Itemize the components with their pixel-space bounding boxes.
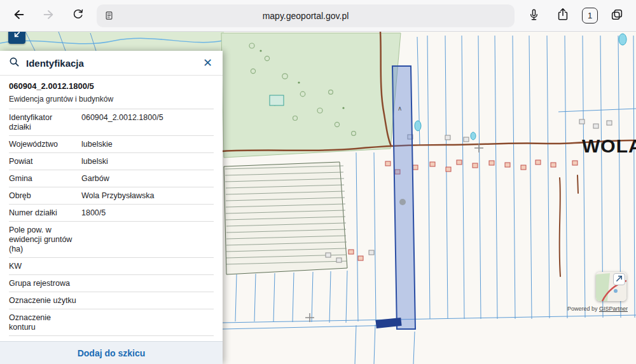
info-row-label: Obręb — [9, 191, 81, 201]
info-row-pole-pow: Pole pow. w ewidencji gruntów (ha) — [9, 222, 214, 258]
close-panel-button[interactable]: ✕ — [202, 56, 214, 70]
tab-count-label: 1 — [588, 11, 592, 20]
info-row-oznaczenie-uzytku: Oznaczenie użytku — [9, 292, 214, 309]
share-icon — [556, 8, 570, 24]
back-arrow-icon — [12, 8, 26, 24]
collapse-arrow-icon — [12, 30, 22, 42]
search-icon — [9, 57, 20, 70]
map-forest-area — [221, 33, 401, 158]
parcel-caret-symbol: ∧ — [398, 105, 402, 112]
refresh-icon — [71, 8, 85, 24]
info-row-value — [81, 262, 214, 271]
nav-buttons-left — [9, 6, 88, 26]
info-row-kw: KW — [9, 258, 214, 275]
panel-title: Identyfikacja — [26, 58, 195, 69]
info-row-grupa-rejestrowa: Grupa rejestrowa — [9, 275, 214, 292]
browser-toolbar: mapy.geoportal.gov.pl 1 — [0, 0, 636, 32]
back-button[interactable] — [9, 6, 29, 26]
voice-search-button[interactable] — [523, 6, 544, 26]
share-button[interactable] — [553, 6, 573, 26]
microphone-icon — [527, 8, 541, 24]
info-row-powiat: Powiat lubelski — [9, 153, 214, 170]
info-row-value: lubelskie — [81, 140, 214, 149]
tabs-button[interactable] — [607, 6, 627, 26]
info-row-oznaczenie-konturu: Oznaczenie konturu — [9, 309, 214, 336]
info-row-data-publikacji: Data publikacji — [9, 336, 214, 341]
info-row-identyfikator: Identyfikator działki 060904_2.0012.1800… — [9, 109, 214, 136]
page-icon — [104, 11, 114, 20]
info-row-value: Wola Przybysławska — [81, 191, 214, 201]
info-row-label: Pole pow. w ewidencji gruntów (ha) — [9, 226, 81, 254]
identification-panel: Identyfikacja ✕ 060904_2.0012.1800/5 Ewi… — [0, 51, 223, 364]
info-row-value: 060904_2.0012.1800/5 — [81, 113, 214, 132]
panel-header: Identyfikacja ✕ — [0, 51, 223, 76]
info-row-label: Identyfikator działki — [9, 113, 81, 132]
tab-count-button[interactable]: 1 — [582, 8, 598, 24]
info-row-value — [81, 279, 214, 288]
info-row-label: Gmina — [9, 174, 81, 184]
info-row-label: KW — [9, 262, 81, 271]
info-row-value — [81, 296, 214, 306]
parcel-id-block: 060904_2.0012.1800/5 Ewidencja gruntów i… — [9, 76, 214, 109]
attribution-text: Powered by — [567, 306, 599, 312]
info-row-obreb: Obręb Wola Przybysławska — [9, 187, 214, 205]
overview-map[interactable] — [596, 272, 626, 301]
info-row-label: Województwo — [9, 140, 81, 149]
info-row-value — [81, 226, 214, 254]
address-bar[interactable]: mapy.geoportal.gov.pl — [97, 4, 515, 27]
info-row-value: lubelski — [81, 157, 214, 166]
info-row-label: Numer działki — [9, 208, 81, 218]
expand-overview-button[interactable] — [613, 273, 625, 285]
refresh-button[interactable] — [67, 6, 88, 26]
add-to-sketch-button[interactable]: Dodaj do szkicu — [74, 347, 149, 359]
info-row-numer-dzialki: Numer działki 1800/5 — [9, 205, 214, 222]
expand-arrow-icon — [615, 274, 623, 285]
info-row-gmina: Gmina Garbów — [9, 170, 214, 187]
info-row-label: Oznaczenie konturu — [9, 313, 81, 332]
info-row-wojewodztwo: Województwo lubelskie — [9, 136, 214, 153]
info-row-value: Garbów — [81, 174, 214, 184]
nav-buttons-right: 1 — [523, 6, 627, 26]
tabs-overview-icon — [610, 8, 624, 24]
forward-button[interactable] — [38, 6, 59, 26]
map-place-label: WOLA — [582, 135, 636, 156]
info-row-label: Oznaczenie użytku — [9, 296, 81, 306]
panel-body: 060904_2.0012.1800/5 Ewidencja gruntów i… — [0, 76, 223, 341]
forward-arrow-icon — [41, 8, 55, 24]
parcel-id: 060904_2.0012.1800/5 — [9, 81, 214, 91]
info-row-value: 1800/5 — [81, 208, 214, 218]
panel-footer: Dodaj do szkicu — [0, 341, 223, 364]
info-row-label: Powiat — [9, 157, 81, 166]
register-source-label: Ewidencja gruntów i budynków — [9, 95, 214, 104]
map-attribution: Powered by GISPartner — [567, 306, 628, 312]
url-text: mapy.geoportal.gov.pl — [263, 11, 349, 21]
info-row-label: Grupa rejestrowa — [9, 279, 81, 288]
info-row-value — [81, 313, 214, 332]
gispartner-link[interactable]: GISPartner — [599, 306, 628, 312]
